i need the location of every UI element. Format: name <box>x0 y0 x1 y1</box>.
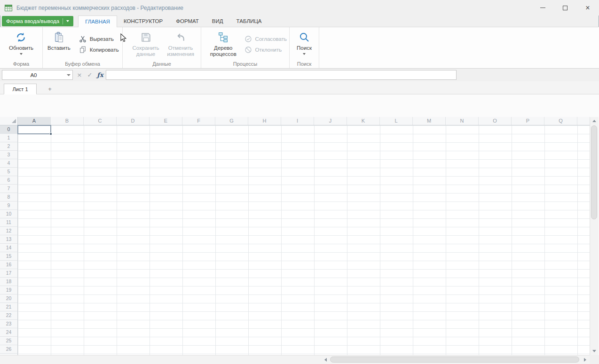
group-label-processes: Процессы <box>201 61 289 67</box>
row-header-14[interactable]: 14 <box>0 244 17 252</box>
row-header-2[interactable]: 2 <box>0 142 17 151</box>
column-header-E[interactable]: E <box>150 117 182 125</box>
row-header-18[interactable]: 18 <box>0 278 17 286</box>
row-header-0[interactable]: 0 <box>0 125 17 134</box>
row-header-22[interactable]: 22 <box>0 311 17 320</box>
ribbon-group-processes: Дерево процессов Согласовать Отклонить П… <box>201 27 290 68</box>
column-header-D[interactable]: D <box>117 117 150 125</box>
row-header-5[interactable]: 5 <box>0 168 17 176</box>
tab-tablitsa[interactable]: ТАБЛИЦА <box>230 15 268 27</box>
column-header-P[interactable]: P <box>512 117 544 125</box>
column-header-N[interactable]: N <box>446 117 479 125</box>
row-header-8[interactable]: 8 <box>0 193 17 201</box>
column-header-J[interactable]: J <box>314 117 347 125</box>
cell-reference-value: A0 <box>2 72 65 78</box>
row-header-19[interactable]: 19 <box>0 286 17 294</box>
tab-format[interactable]: ФОРМАТ <box>169 15 205 27</box>
clipboard-small-buttons: Вырезать Копировать <box>76 34 121 55</box>
ribbon: Обновить Форма Вставить Вырезать <box>0 27 599 69</box>
row-header-6[interactable]: 6 <box>0 176 17 185</box>
column-header-B[interactable]: B <box>51 117 84 125</box>
row-header-15[interactable]: 15 <box>0 252 17 261</box>
tab-glavnaya[interactable]: ГЛАВНАЯ <box>78 15 117 27</box>
cancel-entry-icon[interactable]: × <box>74 71 85 78</box>
reject-button: Отклонить <box>242 45 289 55</box>
paste-button[interactable]: Вставить <box>46 30 72 52</box>
search-button[interactable]: Поиск <box>295 30 314 55</box>
column-header-I[interactable]: I <box>281 117 314 125</box>
row-header-21[interactable]: 21 <box>0 303 17 311</box>
row-header-20[interactable]: 20 <box>0 294 17 303</box>
vertical-scrollbar-thumb[interactable] <box>591 125 597 219</box>
add-sheet-button[interactable]: + <box>45 84 55 94</box>
row-header-1[interactable]: 1 <box>0 134 17 142</box>
grid-cells[interactable] <box>18 125 590 355</box>
scrollbar-corner <box>590 355 599 364</box>
column-header-C[interactable]: C <box>84 117 117 125</box>
row-header-24[interactable]: 24 <box>0 328 17 337</box>
column-header-G[interactable]: G <box>215 117 248 125</box>
scissors-icon <box>79 35 87 43</box>
fill-handle[interactable] <box>49 132 52 135</box>
sheet-tab-list1[interactable]: Лист 1 <box>4 84 37 94</box>
search-label: Поиск <box>297 45 312 51</box>
copy-button[interactable]: Копировать <box>76 45 121 55</box>
ribbon-tabs: ГЛАВНАЯ КОНСТРУКТОР ФОРМАТ ВИД ТАБЛИЦА <box>78 15 268 27</box>
window-title: Бюджет переменных коммерческих расходов … <box>16 5 183 11</box>
formula-bar: A0 × ✓ ƒx <box>0 69 599 81</box>
row-header-25[interactable]: 25 <box>0 337 17 345</box>
row-header-7[interactable]: 7 <box>0 185 17 193</box>
select-all-corner[interactable] <box>0 117 18 125</box>
approve-label: Согласовать <box>255 36 287 42</box>
ribbon-group-search: Поиск Поиск <box>290 27 319 68</box>
minimize-button[interactable] <box>531 0 554 15</box>
cell-reference-box[interactable]: A0 <box>2 70 73 80</box>
insert-function-icon[interactable]: ƒx <box>95 71 105 78</box>
cut-button[interactable]: Вырезать <box>76 34 121 44</box>
horizontal-scrollbar[interactable] <box>0 355 590 364</box>
cell-reference-dropdown[interactable] <box>65 74 72 76</box>
refresh-button[interactable]: Обновить <box>7 30 35 55</box>
refresh-label: Обновить <box>9 45 33 51</box>
row-header-10[interactable]: 10 <box>0 210 17 218</box>
column-header-M[interactable]: M <box>413 117 446 125</box>
process-tree-button[interactable]: Дерево процессов <box>205 30 242 58</box>
scroll-right-button[interactable] <box>581 356 589 364</box>
row-header-23[interactable]: 23 <box>0 320 17 328</box>
column-header-K[interactable]: K <box>347 117 380 125</box>
scroll-up-button[interactable] <box>590 117 599 125</box>
undo-label-line1: Отменить <box>168 45 193 51</box>
refresh-icon <box>15 30 27 44</box>
group-label-search: Поиск <box>290 61 319 67</box>
scroll-left-button[interactable] <box>322 356 330 364</box>
paste-icon <box>53 30 65 44</box>
close-button[interactable]: × <box>576 0 599 15</box>
window-controls: × <box>531 0 599 15</box>
column-header-H[interactable]: H <box>248 117 281 125</box>
tab-konstruktor[interactable]: КОНСТРУКТОР <box>117 15 169 27</box>
row-header-13[interactable]: 13 <box>0 235 17 244</box>
form-io-button[interactable]: Форма ввода/вывода <box>2 16 73 26</box>
tab-vid[interactable]: ВИД <box>205 15 230 27</box>
horizontal-scrollbar-thumb[interactable] <box>330 356 579 363</box>
column-header-L[interactable]: L <box>380 117 413 125</box>
scroll-down-button[interactable] <box>590 347 599 355</box>
row-header-9[interactable]: 9 <box>0 201 17 210</box>
column-header-F[interactable]: F <box>182 117 215 125</box>
vertical-scrollbar[interactable] <box>590 117 599 355</box>
column-header-A[interactable]: A <box>18 117 51 125</box>
row-header-12[interactable]: 12 <box>0 227 17 235</box>
selected-cell[interactable] <box>17 125 51 134</box>
row-header-4[interactable]: 4 <box>0 159 17 168</box>
row-header-26[interactable]: 26 <box>0 345 17 354</box>
group-label-clipboard: Буфер обмена <box>43 61 122 67</box>
column-header-Q[interactable]: Q <box>544 117 577 125</box>
formula-input[interactable] <box>106 70 457 80</box>
maximize-button[interactable] <box>554 0 576 15</box>
row-header-11[interactable]: 11 <box>0 218 17 227</box>
row-header-3[interactable]: 3 <box>0 151 17 159</box>
confirm-entry-icon[interactable]: ✓ <box>85 71 95 78</box>
column-header-O[interactable]: O <box>479 117 512 125</box>
row-header-16[interactable]: 16 <box>0 261 17 269</box>
row-header-17[interactable]: 17 <box>0 269 17 278</box>
